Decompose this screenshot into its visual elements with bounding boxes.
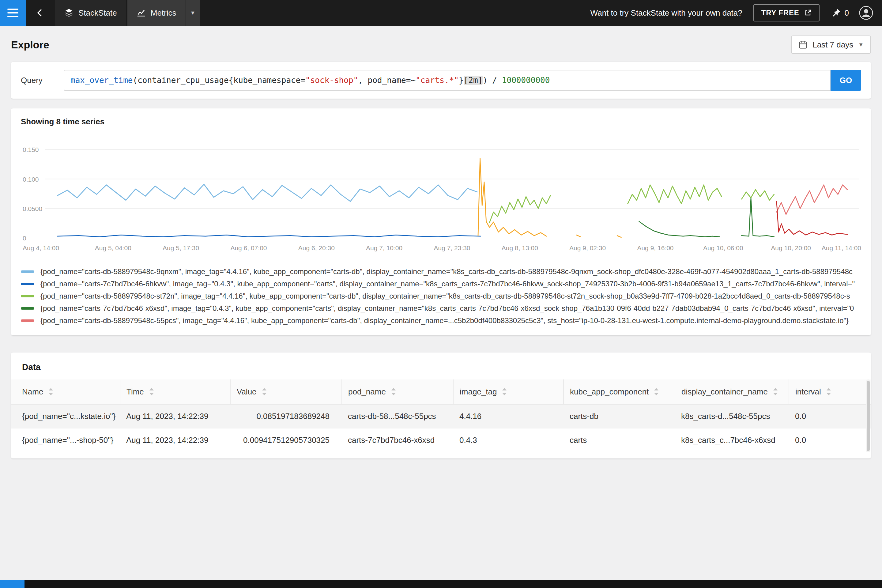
series-line [478,158,546,236]
legend-label: {pod_name="carts-db-588979548c-9qnxm", i… [40,267,853,276]
series-swatch [21,320,34,322]
bottom-bar [0,580,882,588]
sort-icon[interactable] [502,388,507,395]
table-cell: 0.009417512905730325 [230,428,342,452]
table-cell: carts [564,428,675,452]
column-header-pod-name[interactable]: pod_name [342,380,453,404]
table-cell: carts-db-58...548c-55pcs [342,404,453,428]
chart-summary: Showing 8 time series [21,117,861,126]
x-axis-label: Aug 7, 10:00 [366,244,402,251]
query-token: kube_namespace [233,76,300,85]
x-axis-label: Aug 11, 14:00 [822,244,861,251]
x-axis-label: Aug 5, 04:00 [95,244,131,251]
column-label: interval [795,387,821,397]
sort-icon[interactable] [149,388,154,395]
tab-metrics[interactable]: Metrics [128,0,186,26]
time-range-picker[interactable]: Last 7 days ▼ [791,36,871,54]
series-line [617,236,621,237]
column-label: kube_app_component [570,387,649,397]
chevron-down-icon: ▼ [858,42,864,48]
go-button[interactable]: GO [831,70,861,91]
table-cell: 0.085197183689248 [230,404,342,428]
y-axis-label: 0.0500 [22,205,42,212]
y-axis-label: 0.150 [22,146,39,153]
query-token: pod_name [368,76,406,85]
legend-item[interactable]: {pod_name="carts-db-588979548c-55pcs", i… [21,315,861,327]
legend-item[interactable]: {pod_name="carts-7c7bd7bc46-6hkvw", imag… [21,278,861,290]
sort-icon[interactable] [391,388,396,395]
column-header-time[interactable]: Time [120,380,230,404]
x-axis-label: Aug 7, 23:30 [434,244,470,251]
topbar: StackState Metrics ▼ Want to try StackSt… [0,0,882,26]
tab-metrics-label: Metrics [151,8,176,18]
x-axis-label: Aug 10, 20:00 [771,244,811,251]
column-header-name[interactable]: Name [11,380,120,404]
x-axis-label: Aug 4, 14:00 [22,244,59,251]
sort-icon[interactable] [261,388,267,395]
series-swatch [21,295,34,297]
legend-item[interactable]: {pod_name="carts-db-588979548c-st72n", i… [21,290,861,302]
scrollbar-thumb[interactable] [867,381,870,451]
legend-label: {pod_name="carts-7c7bd7bc46-x6xsd", imag… [40,304,854,313]
pin-count: 0 [844,8,849,18]
bottom-menu-button[interactable] [0,580,24,588]
query-token: { [229,76,234,85]
series-line [628,185,722,204]
query-label: Query [21,76,64,85]
app-root: StackState Metrics ▼ Want to try StackSt… [0,0,882,588]
series-swatch [21,283,34,285]
column-header-kube-app-component[interactable]: kube_app_component [564,380,675,404]
table-cell: {pod_name="...-shop-50"} [11,428,120,452]
arrow-left-icon [35,8,45,18]
avatar[interactable] [859,6,873,20]
sort-icon[interactable] [826,388,831,395]
legend-item[interactable]: {pod_name="carts-7c7bd7bc46-x6xsd", imag… [21,302,861,315]
column-label: display_container_name [681,387,768,397]
sort-icon[interactable] [654,388,659,395]
x-axis-label: Aug 8, 13:00 [502,244,538,251]
y-axis-label: 0.100 [22,176,39,183]
query-token: container_cpu_usage [138,76,228,85]
table-row[interactable]: {pod_name="...-shop-50"}Aug 11, 2023, 14… [11,428,871,452]
legend-item[interactable]: {pod_name="carts-db-588979548c-9qnxm", i… [21,266,861,278]
table-cell: Aug 11, 2023, 14:22:39 [120,428,230,452]
query-input[interactable]: max_over_time(container_cpu_usage{kube_n… [64,70,831,91]
table-cell: 0.0 [789,404,871,428]
query-card: Query max_over_time(container_cpu_usage{… [11,62,871,99]
column-header-value[interactable]: Value [230,380,342,404]
table-cell: 4.4.16 [453,404,564,428]
series-line [58,235,480,237]
table-body: {pod_name="c...kstate.io"}Aug 11, 2023, … [11,404,871,452]
sort-icon[interactable] [48,388,54,395]
back-button[interactable] [26,0,54,26]
page-header: Explore Last 7 days ▼ [11,26,871,62]
pin-control[interactable]: 0 [832,8,849,18]
column-header-display-container-name[interactable]: display_container_name [675,380,789,404]
query-token: , [358,76,368,85]
tab-dropdown-caret[interactable]: ▼ [186,0,200,26]
table-scrollbar[interactable] [866,380,870,452]
try-free-button[interactable]: TRY FREE [753,4,819,21]
try-free-label: TRY FREE [761,9,800,17]
legend-label: {pod_name="carts-7c7bd7bc46-6hkvw", imag… [40,280,855,288]
x-axis-label: Aug 6, 07:00 [230,244,267,251]
x-axis-label: Aug 10, 06:00 [703,244,743,251]
legend-label: {pod_name="carts-db-588979548c-st72n", i… [40,292,850,300]
query-token: "sock-shop" [305,76,358,85]
brand[interactable]: StackState [55,0,126,26]
timeseries-chart[interactable]: 0.1500.1000.05000Aug 4, 14:00Aug 5, 04:0… [21,134,861,260]
column-header-interval[interactable]: interval [789,380,871,404]
chart-line-icon [136,8,146,18]
table-row[interactable]: {pod_name="c...kstate.io"}Aug 11, 2023, … [11,404,871,428]
data-card: Data NameTimeValuepod_nameimage_tagkube_… [11,352,871,459]
series-line [777,185,848,214]
brand-label: StackState [78,8,117,18]
menu-button[interactable] [0,0,26,26]
table-cell: Aug 11, 2023, 14:22:39 [120,404,230,428]
column-header-image-tag[interactable]: image_tag [453,380,564,404]
sort-icon[interactable] [772,388,778,395]
query-token: [2m] [464,76,483,85]
table-cell: carts-db [564,404,675,428]
column-label: Time [126,387,144,397]
query-token: } [459,76,464,85]
